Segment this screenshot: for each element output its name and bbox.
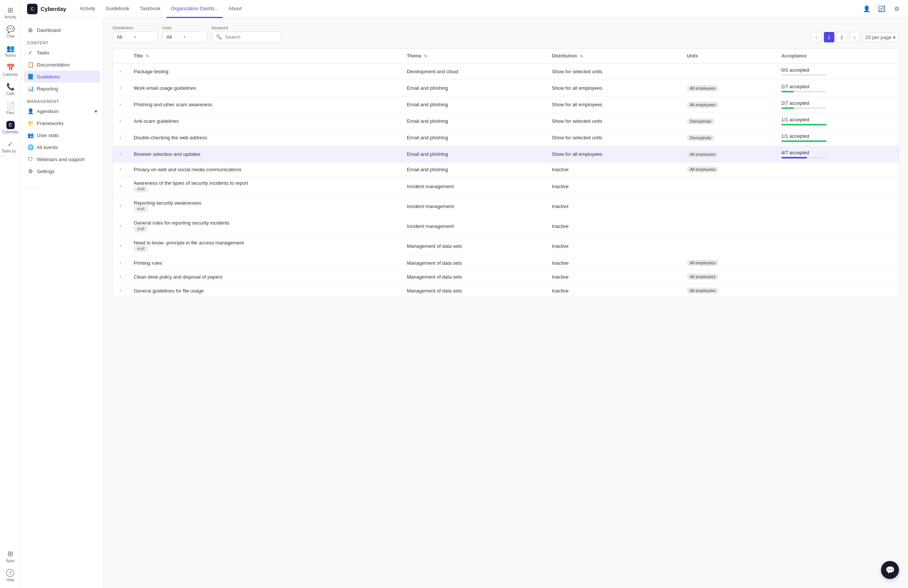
sidebar-tasks[interactable]: ✓ Tasks [21,47,103,59]
top-nav-activity[interactable]: Activity [75,0,100,18]
page-1-button[interactable]: 1 [824,32,834,42]
search-input[interactable] [225,34,277,40]
table-row[interactable]: +Need to know -principle in file access … [113,236,898,256]
row-theme: Incident management [401,176,546,197]
unit-badge: All employees [687,102,718,108]
sidebar-user-stats[interactable]: 👥 User stats [21,129,103,141]
sidebar-settings[interactable]: ⚙ Settings [21,165,103,177]
unit-badge: All employees [687,260,718,266]
row-expand-button[interactable]: + [113,97,128,113]
row-title: Browser selection and updates [128,146,401,163]
row-distribution: Show for all employees [546,146,681,163]
table-row[interactable]: +Work email usage guidelinesEmail and ph… [113,80,898,97]
activity-icon: ⊞ [6,6,14,14]
row-expand-button[interactable]: + [113,163,128,176]
units-label: Units [162,26,207,30]
refresh-icon[interactable]: 🔄 [876,4,887,14]
sidebar-guidelines[interactable]: 📘 Guidelines [24,71,100,82]
unit-badge: All employees [687,151,718,157]
nav-calls[interactable]: 📞 Calls [0,80,21,99]
nav-help[interactable]: ? Help [5,566,16,585]
table-row[interactable]: +Privacy on web and social media communi… [113,163,898,176]
row-units: All employees [681,284,776,298]
nav-calendar[interactable]: 📅 Calendar [0,60,21,80]
notifications-icon[interactable]: 👤 [861,4,872,14]
sidebar-agendium[interactable]: 👤 Agendium ▾ [21,105,103,117]
keyword-label: Keyword [212,26,282,30]
sidebar-frameworks[interactable]: 📁 Frameworks [21,117,103,129]
row-expand-button[interactable]: + [113,256,128,270]
sidebar-documentation[interactable]: 📋 Documentation [21,59,103,71]
nav-files[interactable]: 📄 Files [0,99,21,118]
acceptance-text: 1/1 accepted [781,117,893,122]
draft-badge: draft [134,226,148,232]
table-row[interactable]: +Phishing and other scam awarenessEmail … [113,97,898,113]
table-row[interactable]: +Awareness of the types of security inci… [113,176,898,197]
title-col-header[interactable]: Title ⇅ [128,49,401,63]
theme-col-header[interactable]: Theme ⇅ [401,49,546,63]
row-units: All employees [681,97,776,113]
table-row[interactable]: +Clean desk policy and disposal of paper… [113,270,898,284]
distribution-col-header[interactable]: Distribution ⇅ [546,49,681,63]
nav-teams[interactable]: 👥 Teams [0,41,21,60]
row-expand-button[interactable]: + [113,236,128,256]
distribution-sort-icon: ⇅ [580,54,583,58]
top-nav-org-dashboard[interactable]: Organization Dashb... [166,0,223,18]
table-row[interactable]: +Anti-scam guidelinesEmail and phishingS… [113,113,898,129]
row-expand-button[interactable]: + [113,197,128,216]
prev-page-button[interactable]: ‹ [811,32,822,42]
table-row[interactable]: +Browser selection and updatesEmail and … [113,146,898,163]
section-content-label: CONTENT [21,36,103,47]
chat-fab-button[interactable]: 💬 [881,561,899,579]
table-row[interactable]: +General guidelines for file usageManage… [113,284,898,298]
row-distribution: Show for selected units [546,63,681,80]
row-units: All employees [681,146,776,163]
row-expand-button[interactable]: + [113,216,128,236]
top-nav-taskbook[interactable]: Taskbook [135,0,165,18]
table-row[interactable]: +General rules for reporting security in… [113,216,898,236]
sidebar-reporting[interactable]: 📊 Reporting [21,82,103,95]
row-theme: Incident management [401,197,546,216]
row-expand-button[interactable]: + [113,129,128,146]
row-distribution: Inactive [546,176,681,197]
nav-chat[interactable]: 💬 Chat [0,22,21,41]
sidebar-all-events[interactable]: 🌐 All events [21,141,103,153]
table-row[interactable]: +Package testingDevelopment and cloudSho… [113,63,898,80]
row-expand-button[interactable]: + [113,80,128,97]
row-title: Awareness of the types of security incid… [128,176,401,197]
row-expand-button[interactable]: + [113,270,128,284]
sidebar-dashboard[interactable]: ⊞ Dashboard [21,24,103,36]
top-nav-about[interactable]: About [224,0,246,18]
section-management-label: MANAGEMENT [21,95,103,105]
row-distribution: Inactive [546,236,681,256]
row-expand-button[interactable]: + [113,284,128,298]
page-2-button[interactable]: 2 [837,32,847,42]
acceptance-fill [781,157,807,158]
row-expand-button[interactable]: + [113,176,128,197]
distribution-chevron-icon: ▾ [134,35,136,39]
units-select[interactable]: All ▾ [162,32,207,42]
table-row[interactable]: +Printing rulesManagement of data setsIn… [113,256,898,270]
top-nav-guidebook[interactable]: Guidebook [101,0,134,18]
table-row[interactable]: +Reporting security weaknessesdraftIncid… [113,197,898,216]
row-expand-button[interactable]: + [113,63,128,80]
row-expand-button[interactable]: + [113,113,128,129]
frameworks-icon: 📁 [27,120,34,126]
table-row[interactable]: +Double-checking the web addressEmail an… [113,129,898,146]
row-distribution: Show for selected units [546,129,681,146]
distribution-select[interactable]: All ▾ [113,32,158,42]
per-page-select[interactable]: 20 per page ▾ [862,33,899,42]
row-acceptance: 2/7 accepted [776,80,898,97]
next-page-button[interactable]: › [849,32,860,42]
row-expand-button[interactable]: + [113,146,128,163]
sidebar-webinars[interactable]: 🛡 Webinars and support [21,153,103,165]
row-theme: Email and phishing [401,80,546,97]
unit-badge: All employees [687,288,718,294]
nav-tasks[interactable]: ✓ Tasks by ... [0,137,21,160]
settings-icon[interactable]: ⚙ [892,4,902,14]
more-items[interactable]: ··· [21,177,103,197]
row-title: Printing rules [128,256,401,270]
nav-apps[interactable]: ⊞ Apps [5,547,16,566]
nav-activity[interactable]: ⊞ Activity [0,3,21,22]
nav-cyberday[interactable]: C Cyberday [0,118,21,137]
